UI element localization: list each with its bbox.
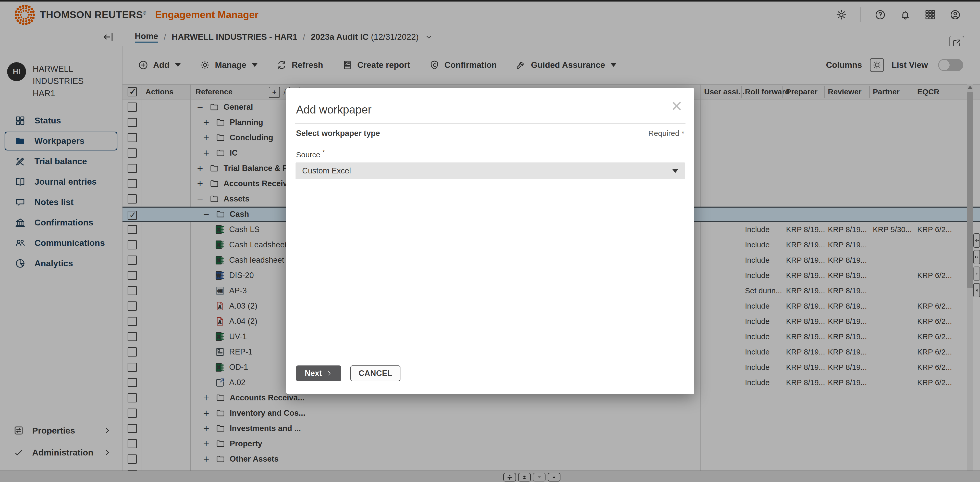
chevron-right-icon	[326, 370, 332, 377]
next-button[interactable]: Next	[296, 365, 341, 381]
modal-section-row: Select workpaper type Required *	[296, 129, 684, 138]
source-select[interactable]: Custom Excel	[296, 162, 685, 179]
cancel-button[interactable]: CANCEL	[350, 365, 401, 381]
source-label: Source *	[296, 149, 325, 159]
modal-title: Add workpaper	[296, 103, 372, 116]
modal-footer: Next CANCEL	[296, 365, 401, 381]
source-select-value: Custom Excel	[302, 166, 351, 176]
required-label: Required *	[648, 129, 684, 138]
select-type-label: Select workpaper type	[296, 129, 380, 138]
modal-divider	[295, 123, 686, 124]
app-screen: THOMSON REUTERS® Engagement Manager Home…	[0, 0, 980, 482]
add-workpaper-modal: Add workpaper ✕ Select workpaper type Re…	[286, 88, 694, 394]
modal-divider	[295, 357, 686, 357]
close-icon[interactable]: ✕	[670, 99, 684, 114]
chevron-down-icon	[672, 169, 678, 173]
